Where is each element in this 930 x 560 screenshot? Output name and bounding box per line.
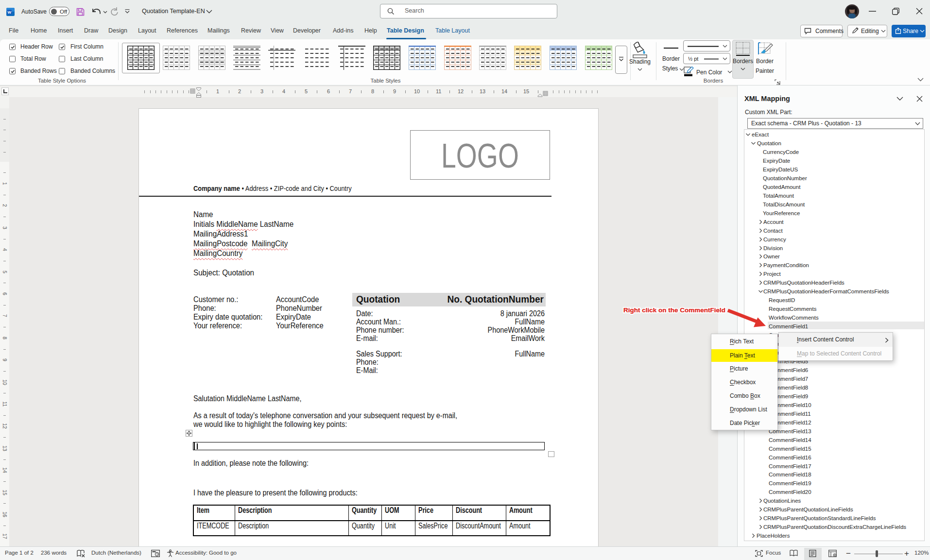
svg-text:Right click on the CommentFiel: Right click on the CommentField (623, 306, 725, 314)
svg-text:W: W (7, 10, 11, 15)
